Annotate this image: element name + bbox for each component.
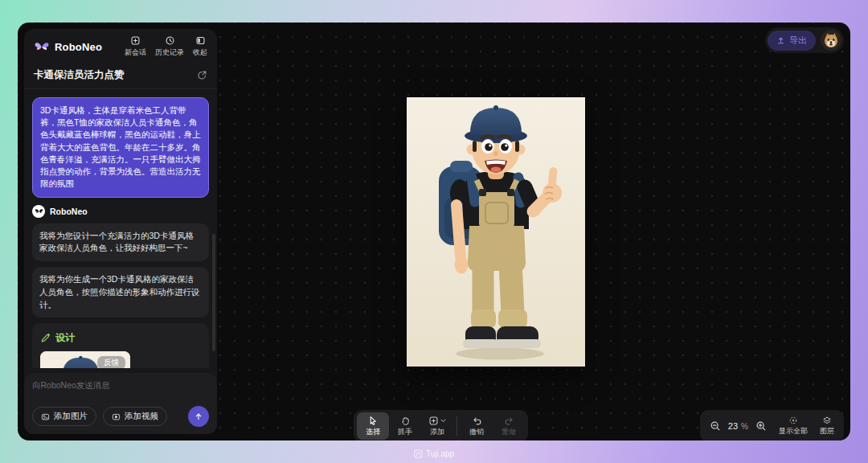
user-message: 3D卡通风格，主体是穿着米色工人背带裤，黑色T恤的家政保洁人员卡通角色，角色头戴… [32, 97, 209, 198]
conversation-title: 卡通保洁员活力点赞 [34, 68, 125, 82]
design-title: 设计 [55, 331, 75, 345]
feedback-badge[interactable]: 反馈 [97, 356, 125, 368]
fit-view-label: 显示全部 [779, 426, 808, 436]
layers-icon [822, 416, 832, 425]
tool-label: 选择 [366, 427, 380, 437]
zoom-level: 23 % [728, 421, 748, 431]
export-label: 导出 [789, 35, 807, 47]
sidebar-header: RoboNeo 新会话 历史记录 收起 [24, 29, 217, 61]
chat-history: 3D卡通风格，主体是穿着米色工人背带裤，黑色T恤的家政保洁人员卡通角色，角色头戴… [24, 89, 217, 368]
tool-label: 添加 [430, 427, 444, 437]
character-illustration [407, 97, 585, 367]
toolbar-divider [457, 416, 457, 436]
message-input[interactable] [32, 380, 209, 390]
composer-actions: 添加图片 添加视频 [32, 406, 209, 427]
send-button[interactable] [188, 406, 209, 427]
video-icon [112, 412, 121, 421]
cursor-icon [368, 416, 379, 426]
canvas-artwork[interactable] [407, 97, 585, 367]
layers-label: 图层 [820, 426, 834, 436]
layers-button[interactable]: 图层 [820, 416, 834, 436]
share-button[interactable] [197, 70, 207, 80]
collapse-label: 收起 [193, 47, 207, 58]
tool-hand[interactable]: 抓手 [389, 412, 421, 440]
zoom-value: 23 [728, 421, 738, 431]
new-chat-icon [130, 35, 141, 46]
view-controls: 23 % 显示全部 图层 [700, 410, 844, 440]
hand-icon [400, 416, 411, 426]
composer: 添加图片 添加视频 [24, 373, 217, 434]
assistant-header: RoboNeo [32, 205, 209, 218]
tuji-mark-icon [414, 449, 423, 458]
assistant-avatar [32, 205, 45, 218]
new-chat-label: 新会话 [125, 47, 146, 58]
history-button[interactable]: 历史记录 [155, 35, 184, 58]
add-video-button[interactable]: 添加视频 [103, 407, 167, 426]
chevron-down-icon [440, 419, 446, 423]
conversation-title-row: 卡通保洁员活力点赞 [24, 61, 217, 89]
canvas-toolbar: 选择 抓手 添加 撤销 重做 [354, 410, 528, 440]
undo-icon [472, 416, 482, 426]
fit-view-button[interactable]: 显示全部 [779, 416, 808, 436]
assistant-name: RoboNeo [50, 207, 88, 216]
target-icon [788, 416, 798, 425]
history-icon [165, 35, 175, 46]
tool-label: 重做 [502, 427, 516, 437]
zoom-out-icon [710, 420, 721, 432]
zoom-unit: % [741, 422, 748, 431]
redo-icon [504, 416, 514, 426]
dog-avatar-icon [821, 30, 841, 51]
brand-name: RoboNeo [55, 41, 102, 53]
history-label: 历史记录 [155, 47, 184, 58]
tool-undo[interactable]: 撤销 [461, 412, 493, 440]
app-window: 导出 选择 抓手 添加 [18, 23, 850, 440]
export-button[interactable]: 导出 [768, 31, 816, 51]
add-box-icon [428, 416, 439, 426]
watermark-link[interactable]: Tuji.app [414, 449, 454, 458]
share-icon [197, 70, 207, 80]
chat-scrollbar[interactable] [212, 234, 215, 351]
sidebar-actions: 新会话 历史记录 收起 [125, 35, 207, 58]
butterfly-logo-icon [34, 40, 50, 53]
zoom-out-button[interactable] [710, 420, 721, 432]
tool-label: 抓手 [398, 427, 412, 437]
watermark-label: Tuji.app [426, 449, 454, 458]
upload-icon [776, 36, 785, 45]
collapse-panel-icon [195, 35, 206, 46]
tool-label: 撤销 [469, 427, 484, 437]
butterfly-mini-icon [35, 207, 43, 215]
assistant-message: 我将为您设计一个充满活力的3D卡通风格家政保洁人员角色，让我好好构思一下~ [32, 223, 209, 262]
design-pen-icon [40, 333, 51, 343]
tool-select[interactable]: 选择 [357, 412, 389, 440]
desktop: { "app": { "watermark": "Tuji.app" }, "s… [0, 0, 868, 463]
zoom-in-button[interactable] [755, 420, 767, 432]
collapse-button[interactable]: 收起 [193, 35, 207, 58]
add-video-label: 添加视频 [125, 411, 158, 422]
arrow-up-icon [194, 412, 203, 421]
add-image-label: 添加图片 [54, 411, 88, 422]
image-icon [41, 412, 50, 421]
brand: RoboNeo [34, 40, 102, 53]
design-thumbnail[interactable]: 反馈 [40, 351, 130, 368]
design-card: 设计 反馈 [32, 323, 209, 368]
add-image-button[interactable]: 添加图片 [32, 407, 96, 426]
sidebar: RoboNeo 新会话 历史记录 收起 卡通保洁员活力点赞 [24, 29, 217, 434]
export-group: 导出 [765, 27, 844, 53]
tool-redo[interactable]: 重做 [493, 412, 525, 440]
design-header: 设计 [40, 331, 201, 345]
tool-add[interactable]: 添加 [421, 412, 453, 440]
user-avatar[interactable] [821, 30, 841, 51]
zoom-in-icon [755, 420, 767, 432]
assistant-message: 我将为你生成一个3D卡通风格的家政保洁人员角色，按照你描述的形象和动作进行设计。 [32, 267, 209, 318]
new-chat-button[interactable]: 新会话 [125, 35, 146, 58]
